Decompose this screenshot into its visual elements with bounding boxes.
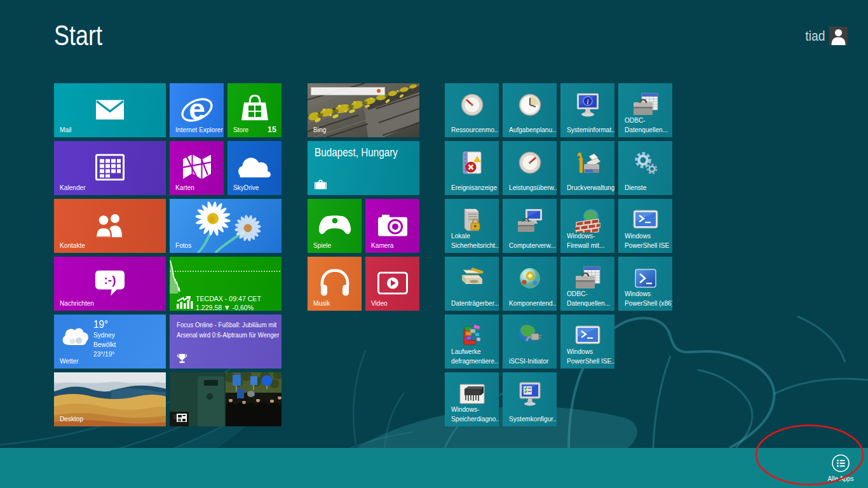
svg-text::-): :-) [104, 273, 116, 287]
svg-text:e: e [189, 93, 205, 125]
svg-text:i: i [587, 97, 588, 106]
